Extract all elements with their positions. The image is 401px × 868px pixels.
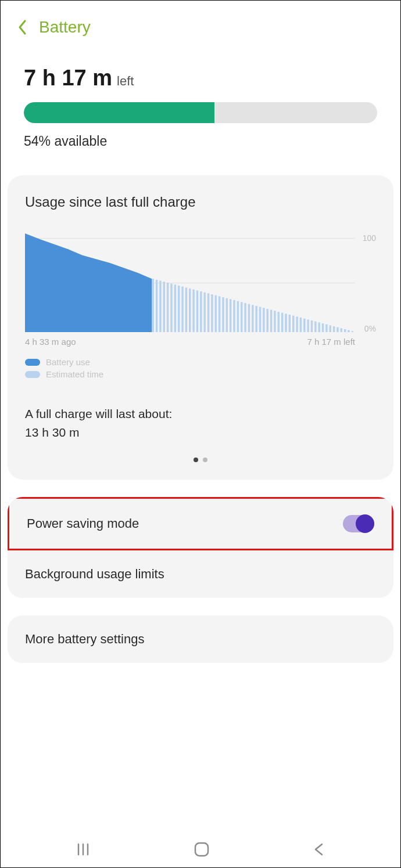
chart-legend: Battery use Estimated time	[8, 347, 393, 379]
full-charge-info: A full charge will last about: 13 h 30 m	[8, 381, 393, 441]
battery-summary: 7 h 17 m left 54% available	[1, 48, 400, 155]
usage-card[interactable]: Usage since last full charge 100 0% 4 h …	[8, 175, 393, 480]
legend-swatch-icon	[25, 359, 40, 366]
svg-rect-25	[241, 302, 242, 332]
svg-rect-15	[203, 293, 205, 332]
svg-rect-29	[255, 306, 257, 332]
svg-rect-26	[244, 303, 246, 332]
svg-rect-53	[344, 329, 346, 332]
svg-rect-49	[330, 325, 331, 332]
svg-rect-24	[237, 301, 239, 332]
svg-rect-17	[211, 294, 213, 332]
svg-rect-28	[252, 305, 253, 332]
legend-swatch-icon	[25, 371, 40, 378]
page-title: Battery	[39, 18, 91, 37]
svg-rect-41	[300, 318, 302, 332]
svg-rect-38	[289, 315, 291, 332]
battery-progress-track	[24, 102, 377, 123]
svg-rect-32	[266, 309, 268, 332]
time-left-row: 7 h 17 m left	[24, 66, 377, 91]
svg-rect-44	[311, 320, 313, 332]
svg-rect-18	[215, 296, 217, 332]
svg-rect-33	[270, 310, 272, 332]
more-battery-row[interactable]: More battery settings	[8, 615, 393, 663]
toggle-knob-icon	[356, 514, 374, 533]
settings-group: More battery settings	[8, 615, 393, 663]
page-indicator[interactable]	[8, 458, 393, 462]
svg-rect-39	[292, 316, 294, 332]
time-left-suffix: left	[117, 74, 134, 89]
full-charge-value: 13 h 30 m	[25, 423, 376, 442]
page-dot-active	[194, 458, 198, 462]
svg-rect-30	[259, 307, 261, 332]
svg-rect-35	[278, 312, 280, 332]
battery-progress-fill	[24, 102, 214, 123]
svg-rect-14	[200, 291, 202, 332]
recents-icon[interactable]	[75, 841, 91, 858]
svg-rect-37	[285, 314, 287, 332]
svg-rect-36	[281, 313, 283, 332]
svg-rect-20	[222, 297, 224, 332]
svg-rect-45	[314, 322, 316, 332]
available-text: 54% available	[24, 134, 377, 149]
svg-rect-7	[174, 284, 176, 332]
svg-rect-54	[348, 330, 349, 332]
background-limits-row[interactable]: Background usage limits	[8, 550, 393, 598]
svg-rect-50	[333, 326, 335, 332]
x-axis-start: 4 h 33 m ago	[25, 337, 76, 347]
svg-rect-46	[318, 322, 320, 332]
svg-rect-21	[226, 298, 228, 332]
background-limits-label: Background usage limits	[25, 567, 164, 582]
svg-rect-1	[152, 279, 153, 332]
legend-battery-use: Battery use	[46, 357, 90, 367]
y-axis-min: 0%	[364, 324, 376, 333]
svg-rect-19	[219, 296, 220, 332]
power-saving-toggle[interactable]	[343, 515, 374, 532]
svg-rect-12	[192, 290, 194, 332]
back-icon[interactable]	[17, 19, 28, 36]
svg-rect-11	[189, 289, 191, 332]
x-axis-end: 7 h 17 m left	[307, 337, 355, 347]
svg-rect-51	[336, 327, 338, 332]
header-bar: Battery	[1, 1, 400, 48]
svg-rect-59	[195, 843, 208, 856]
svg-rect-42	[303, 319, 305, 332]
svg-marker-0	[25, 233, 152, 332]
svg-rect-8	[178, 286, 180, 332]
back-nav-icon[interactable]	[312, 841, 326, 858]
navigation-bar	[1, 831, 400, 867]
svg-rect-2	[156, 280, 157, 332]
svg-rect-6	[170, 284, 172, 332]
svg-rect-48	[325, 325, 327, 332]
usage-chart: 100 0% 4 h 33 m ago 7 h 17 m left	[8, 233, 393, 347]
page-dot-inactive	[203, 458, 207, 462]
svg-rect-31	[263, 308, 264, 332]
usage-card-title: Usage since last full charge	[8, 194, 393, 210]
svg-rect-47	[322, 323, 324, 332]
svg-rect-27	[248, 304, 250, 332]
settings-group: Power saving mode Background usage limit…	[8, 497, 393, 598]
svg-rect-13	[196, 290, 198, 332]
usage-chart-svg	[25, 233, 355, 332]
legend-estimated: Estimated time	[46, 369, 103, 379]
svg-rect-4	[163, 282, 165, 332]
svg-rect-34	[274, 311, 275, 332]
svg-rect-55	[352, 331, 353, 332]
svg-rect-9	[181, 287, 183, 332]
svg-rect-23	[233, 300, 235, 332]
svg-rect-40	[296, 316, 298, 332]
home-icon[interactable]	[193, 841, 210, 858]
y-axis-max: 100	[363, 233, 376, 243]
power-saving-row[interactable]: Power saving mode	[8, 497, 393, 550]
time-left-value: 7 h 17 m	[24, 66, 112, 91]
svg-rect-22	[230, 299, 231, 332]
svg-rect-16	[207, 293, 209, 332]
power-saving-label: Power saving mode	[27, 516, 139, 531]
more-battery-label: More battery settings	[25, 632, 144, 647]
full-charge-label: A full charge will last about:	[25, 405, 376, 423]
svg-rect-52	[341, 328, 342, 332]
svg-rect-10	[185, 287, 187, 332]
svg-rect-5	[167, 283, 169, 332]
svg-rect-43	[307, 319, 309, 332]
svg-rect-3	[159, 281, 161, 332]
